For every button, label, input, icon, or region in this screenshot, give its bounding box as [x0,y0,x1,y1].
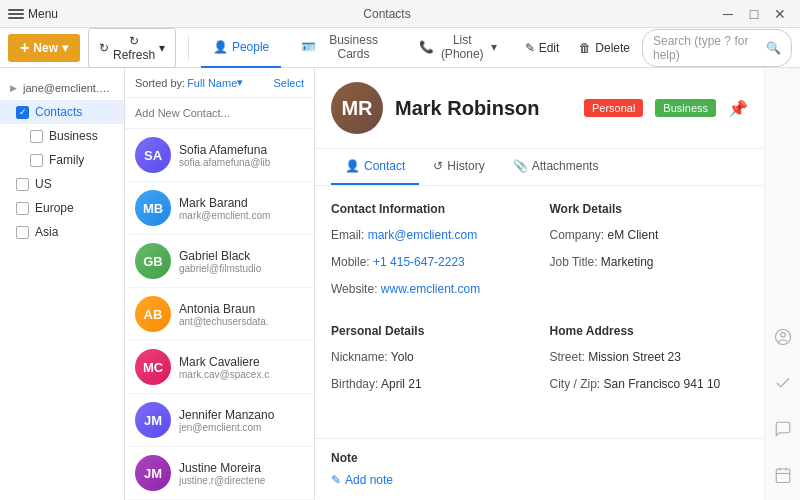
contact-tab-icon: 👤 [345,159,360,173]
sidebar-item-europe[interactable]: Europe [0,196,124,220]
svg-point-1 [780,333,785,338]
us-label: US [35,177,52,191]
close-button[interactable]: ✕ [768,4,792,24]
sidebar-item-us[interactable]: US [0,172,124,196]
tab-list-phone[interactable]: 📞 List (Phone) ▾ [407,28,509,68]
toolbar-separator [188,36,189,60]
family-label: Family [49,153,84,167]
add-contact-input[interactable] [135,107,304,119]
contact-info: Mark Cavaliere mark.cav@spacex.c [179,355,304,380]
tab-attachments[interactable]: 📎 Attachments [499,149,613,185]
sidebar-item-asia[interactable]: Asia [0,220,124,244]
asia-checkbox[interactable] [16,226,29,239]
birthday-label: Birthday: [331,377,381,391]
sidebar-item-family[interactable]: Family [0,148,124,172]
title-bar: Menu Contacts ─ □ ✕ [0,0,800,28]
list-item[interactable]: MB Mark Barand mark@emclient.com [125,182,314,235]
tab-contact[interactable]: 👤 Contact [331,149,419,185]
sorted-by: Sorted by: Full Name ▾ [135,76,243,89]
contact-tab-label: Contact [364,159,405,173]
street-label: Street: [550,350,589,364]
attachments-tab-icon: 📎 [513,159,528,173]
tab-people[interactable]: 👤 People [201,28,281,68]
sort-chevron-icon: ▾ [237,76,243,89]
edit-button[interactable]: ✎ Edit [517,36,568,60]
nickname-value: Yolo [391,350,414,364]
maximize-button[interactable]: □ [742,4,766,24]
contact-info: Sofia Afamefuna sofia.afamefuna@lib [179,143,304,168]
search-box[interactable]: Search (type ? for help) 🔍 [642,29,792,67]
sidebar-account[interactable]: ▶ jane@emclient.com [0,76,124,100]
history-tab-label: History [447,159,484,173]
family-checkbox[interactable] [30,154,43,167]
add-contact-area[interactable] [125,98,314,129]
add-note-label: Add note [345,473,393,487]
mobile-field: Mobile: +1 415-647-2223 [331,253,530,272]
avatar: MB [135,190,171,226]
person-circle-icon[interactable] [770,324,796,354]
sidebar-item-business[interactable]: Business [0,124,124,148]
new-button[interactable]: + New ▾ [8,34,80,62]
minimize-button[interactable]: ─ [716,4,740,24]
website-label: Website: [331,282,381,296]
contact-list-header: Sorted by: Full Name ▾ Select [125,68,314,98]
list-item[interactable]: SA Sofia Afamefuna sofia.afamefuna@lib [125,129,314,182]
street-value: Mission Street 23 [588,350,681,364]
mobile-value[interactable]: +1 415-647-2223 [373,255,465,269]
sorted-by-value[interactable]: Full Name ▾ [187,76,243,89]
company-field: Company: eM Client [550,226,749,245]
list-item[interactable]: GB Gabriel Black gabriel@filmstudio [125,235,314,288]
list-item[interactable]: MC Mark Cavaliere mark.cav@spacex.c [125,341,314,394]
detail-tabs: 👤 Contact ↺ History 📎 Attachments [315,149,764,186]
list-item[interactable]: JM Jennifer Manzano jen@emclient.com [125,394,314,447]
business-checkbox[interactable] [30,130,43,143]
pin-icon[interactable]: 📌 [728,99,748,118]
us-checkbox[interactable] [16,178,29,191]
tag-personal: Personal [584,99,643,117]
window-controls[interactable]: ─ □ ✕ [716,4,792,24]
avatar: JM [135,402,171,438]
list-chevron-icon: ▾ [491,40,497,54]
job-title-label: Job Title: [550,255,601,269]
website-field: Website: www.emclient.com [331,280,530,299]
note-title: Note [331,439,748,465]
check-icon[interactable] [770,370,796,400]
edit-label: Edit [539,41,560,55]
website-value[interactable]: www.emclient.com [381,282,480,296]
contacts-checkbox[interactable]: ✓ [16,106,29,119]
tab-history[interactable]: ↺ History [419,149,498,185]
personal-details-section: Personal Details Nickname: Yolo Birthday… [331,324,530,402]
list-item[interactable]: AB Antonia Braun ant@techusersdata. [125,288,314,341]
refresh-button[interactable]: ↻ ↻ Refresh ▾ [88,28,176,68]
list-phone-label: List (Phone) [438,33,487,61]
menu-area[interactable]: Menu [8,7,58,21]
chat-icon[interactable] [770,416,796,446]
avatar: GB [135,243,171,279]
delete-button[interactable]: 🗑 Delete [571,36,638,60]
contact-list: Sorted by: Full Name ▾ Select SA Sofia A… [125,68,315,500]
contact-info: Gabriel Black gabriel@filmstudio [179,249,304,274]
hamburger-icon[interactable] [8,9,24,19]
expand-icon: ▶ [10,83,17,93]
list-item[interactable]: JM Justine Moreira justine.r@directene [125,447,314,500]
calendar-icon[interactable] [770,462,796,492]
detail-name: Mark Robinson [395,97,572,120]
contact-name: Jennifer Manzano [179,408,304,422]
sidebar-item-contacts[interactable]: ✓ Contacts [0,100,124,124]
work-details-title: Work Details [550,202,749,216]
business-cards-icon: 🪪 [301,40,316,54]
contact-info: Mark Barand mark@emclient.com [179,196,304,221]
mobile-label: Mobile: [331,255,373,269]
history-tab-icon: ↺ [433,159,443,173]
detail-content: Contact Information Email: mark@emclient… [315,186,764,434]
account-email: jane@emclient.com [23,82,114,94]
company-label: Company: [550,228,608,242]
menu-label[interactable]: Menu [28,7,58,21]
europe-checkbox[interactable] [16,202,29,215]
contact-email: ant@techusersdata. [179,316,304,327]
select-button[interactable]: Select [273,77,304,89]
add-note-button[interactable]: ✎ Add note [331,473,748,487]
tab-business-cards[interactable]: 🪪 Business Cards [289,28,399,68]
tag-business: Business [655,99,716,117]
email-value[interactable]: mark@emclient.com [368,228,478,242]
